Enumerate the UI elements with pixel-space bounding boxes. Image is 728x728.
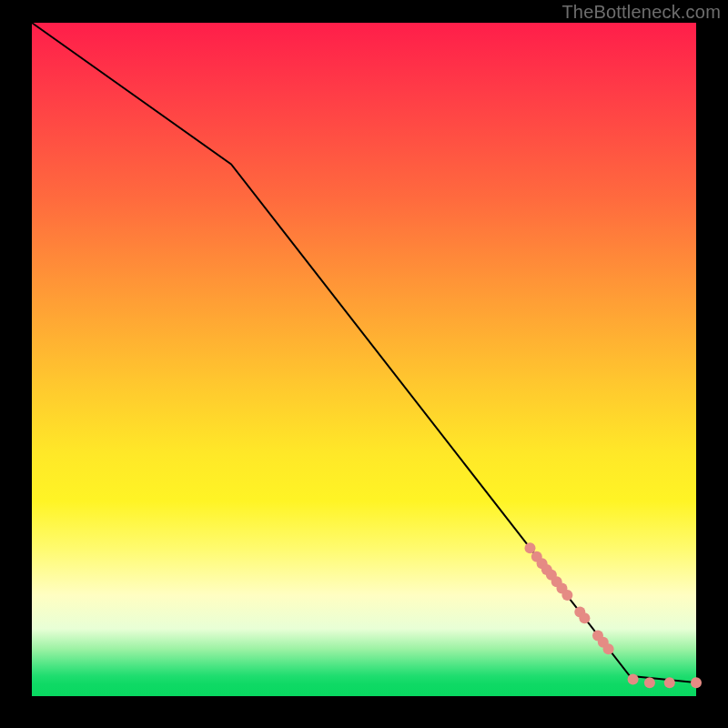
- bottleneck-curve: [32, 23, 696, 682]
- sample-point: [579, 612, 590, 623]
- sample-markers: [525, 542, 703, 688]
- sample-point: [644, 677, 655, 688]
- sample-point: [664, 677, 675, 688]
- chart-overlay: [32, 23, 696, 696]
- chart-frame: TheBottleneck.com: [0, 0, 728, 728]
- sample-point: [603, 643, 614, 654]
- sample-point: [561, 590, 572, 601]
- sample-point: [525, 542, 536, 553]
- sample-point: [628, 674, 639, 685]
- sample-point: [691, 677, 702, 688]
- watermark-text: TheBottleneck.com: [561, 2, 721, 23]
